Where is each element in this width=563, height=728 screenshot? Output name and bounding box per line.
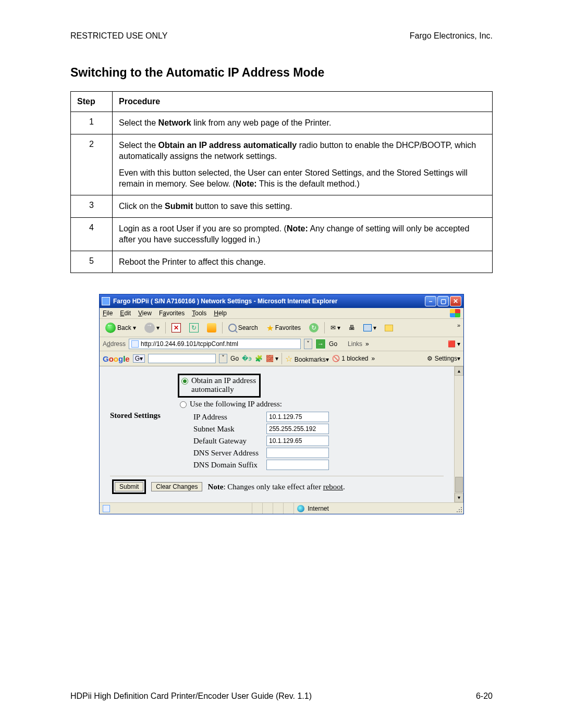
search-button[interactable]: Search — [226, 322, 261, 334]
search-label: Search — [238, 324, 258, 331]
header-left: RESTRICTED USE ONLY — [70, 31, 167, 41]
procedure-cell: Select the Obtain an IP address automati… — [113, 134, 493, 195]
procedure-cell: Login as a root User if you are so promp… — [113, 217, 493, 251]
page-title: Switching to the Automatic IP Address Mo… — [70, 66, 493, 80]
ie-page-icon — [102, 297, 110, 305]
url-text: http://10.244.69.101/tcpipConf.html — [141, 340, 238, 348]
address-input[interactable]: http://10.244.69.101/tcpipConf.html — [129, 339, 301, 349]
menu-edit[interactable]: Edit — [120, 310, 131, 317]
go-button[interactable]: → — [315, 339, 326, 349]
table-row: 5Reboot the Printer to affect this chang… — [71, 251, 493, 273]
procedure-cell: Select the Network link from any web pag… — [113, 112, 493, 134]
popup-blocked[interactable]: 🚫 1 blocked — [332, 355, 369, 362]
menu-favorites[interactable]: Favorites — [159, 310, 185, 317]
footer-right: 6-20 — [476, 692, 493, 701]
folder-button[interactable] — [382, 323, 396, 333]
google-input-dropdown[interactable]: ˅ — [219, 354, 227, 363]
mail-icon: ✉ — [331, 324, 336, 331]
zone-icon — [297, 505, 304, 512]
toolbar-overflow[interactable]: » — [457, 322, 460, 328]
google-go-icon[interactable]: �϶ — [242, 355, 252, 362]
google-overflow[interactable]: » — [372, 355, 375, 362]
procedure-cell: Reboot the Printer to affect this change… — [113, 251, 493, 273]
table-row: 2Select the Obtain an IP address automat… — [71, 134, 493, 195]
step-number: 2 — [71, 134, 113, 195]
edit-button[interactable]: ▾ — [361, 323, 379, 333]
home-button[interactable] — [204, 322, 219, 334]
clear-button[interactable]: Clear Changes — [151, 482, 202, 491]
scroll-down-icon[interactable]: ▾ — [455, 493, 463, 502]
google-go-label[interactable]: Go — [230, 355, 239, 362]
google-logo[interactable]: Google — [103, 354, 130, 363]
history-icon: ↻ — [309, 323, 319, 332]
links-overflow[interactable]: » — [365, 340, 369, 348]
mail-button[interactable]: ✉▾ — [328, 323, 343, 333]
stop-button[interactable]: ✕ — [169, 322, 183, 334]
titlebar: Fargo HDPii ( S/N A7160166 ) Network Set… — [100, 294, 463, 308]
address-dropdown[interactable]: ˅ — [304, 339, 312, 349]
favorites-button[interactable]: ★ Favorites — [264, 322, 303, 335]
suffix-input[interactable] — [266, 460, 329, 470]
windows-flag-icon — [450, 309, 460, 317]
menu-file[interactable]: File — [103, 310, 113, 317]
close-button[interactable]: ✕ — [450, 296, 461, 306]
google-settings[interactable]: ⚙ Settings▾ — [427, 355, 460, 362]
google-tool2-icon[interactable]: 🧱 ▾ — [266, 355, 278, 362]
maximize-button[interactable]: ▢ — [437, 296, 449, 306]
resize-grip[interactable] — [454, 503, 463, 514]
back-icon — [105, 323, 116, 333]
favorites-label: Favorites — [275, 324, 301, 331]
links-label[interactable]: Links — [348, 340, 362, 348]
refresh-button[interactable]: ↻ — [187, 322, 201, 334]
highlight-box-auto: Obtain an IP address automatically — [178, 374, 261, 398]
radio-manual-label: Use the following IP address: — [190, 400, 282, 409]
gw-input[interactable]: 10.1.129.65 — [266, 436, 329, 446]
history-button[interactable]: ↻ — [307, 322, 321, 334]
scroll-thumb[interactable] — [455, 477, 463, 492]
mask-input[interactable]: 255.255.255.192 — [266, 424, 329, 434]
radio-auto[interactable] — [181, 378, 188, 385]
menu-help[interactable]: Help — [214, 310, 227, 317]
status-page-icon — [103, 505, 110, 512]
step-number: 3 — [71, 195, 113, 217]
minimize-button[interactable]: – — [425, 296, 436, 306]
procedure-table: Step Procedure 1Select the Network link … — [70, 91, 493, 273]
col-procedure: Procedure — [113, 92, 493, 112]
form-buttons-row: Submit Clear Changes Note: Changes only … — [110, 476, 444, 497]
stored-settings-label: Stored Settings — [110, 374, 178, 472]
scroll-up-icon[interactable]: ▴ — [455, 366, 463, 376]
bookmarks-star-icon: ☆ — [285, 354, 292, 363]
back-button[interactable]: Back ▾ — [103, 321, 139, 335]
radio-auto-label: Obtain an IP address automatically — [191, 376, 256, 394]
page-content: Stored Settings Obtain an IP address aut… — [100, 366, 463, 502]
ip-label: IP Address — [178, 413, 266, 422]
print-icon: 🖶 — [349, 324, 355, 331]
google-tool-icon[interactable]: 🧩 — [255, 355, 263, 362]
vertical-scrollbar[interactable]: ▴ ▾ — [454, 366, 463, 502]
bookmarks-button[interactable]: ☆ Bookmarks▾ — [285, 354, 328, 364]
google-search-input[interactable] — [148, 354, 216, 363]
status-bar: Internet — [100, 502, 463, 514]
google-toolbar: Google G▾ ˅ Go �϶ 🧩 🧱 ▾ ☆ Bookmarks▾ 🚫 1… — [100, 351, 463, 366]
header-right: Fargo Electronics, Inc. — [410, 31, 493, 41]
mask-label: Subnet Mask — [178, 425, 266, 434]
stop-icon: ✕ — [172, 323, 181, 332]
dns-input[interactable] — [266, 448, 329, 458]
snagit-button[interactable]: 🟥 ▾ — [448, 340, 460, 348]
forward-button[interactable]: ▾ — [142, 321, 162, 335]
submit-button[interactable]: Submit — [115, 482, 143, 491]
step-number: 5 — [71, 251, 113, 273]
col-step: Step — [71, 92, 113, 112]
window-title: Fargo HDPii ( S/N A7160166 ) Network Set… — [113, 298, 425, 305]
google-g-menu[interactable]: G▾ — [133, 354, 145, 363]
menu-view[interactable]: View — [138, 310, 152, 317]
ip-input[interactable]: 10.1.129.75 — [266, 412, 329, 422]
forward-icon — [144, 323, 155, 333]
radio-manual[interactable] — [180, 401, 187, 408]
note-text: Note: Changes only take effect after reb… — [207, 483, 345, 491]
reboot-link[interactable]: reboot — [323, 483, 343, 491]
refresh-icon: ↻ — [189, 323, 199, 332]
print-button[interactable]: 🖶 — [346, 323, 358, 333]
page-icon — [131, 340, 139, 348]
menu-tools[interactable]: Tools — [192, 310, 206, 317]
